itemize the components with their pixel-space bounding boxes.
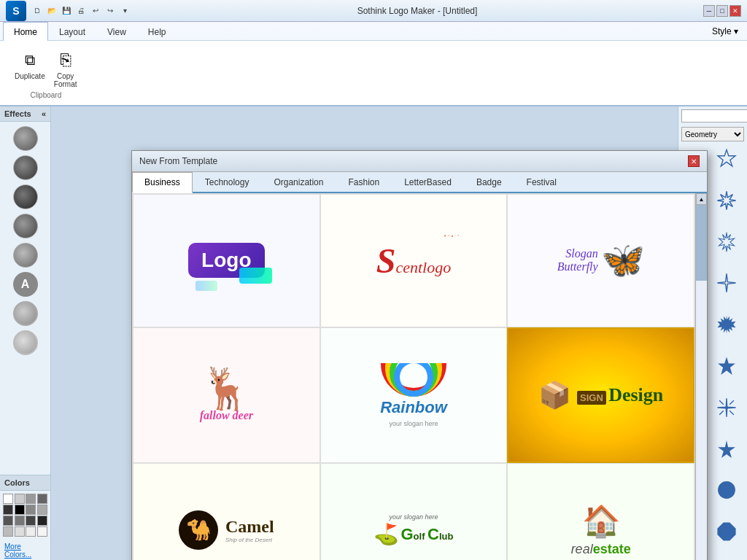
effects-items: A	[0, 122, 50, 475]
svg-marker-20	[717, 523, 735, 541]
template-fallow-deer[interactable]: 🦌 fallow deer	[133, 327, 320, 464]
svg-point-14	[725, 406, 728, 409]
colors-grid	[0, 491, 50, 540]
modal-titlebar: New From Template ✕	[132, 151, 707, 172]
undo-button[interactable]: ↩	[89, 4, 102, 18]
shape-circle-solid[interactable]	[713, 477, 740, 503]
color-swatch[interactable]	[15, 494, 25, 504]
color-swatch[interactable]	[37, 516, 47, 526]
effect-circle-2[interactable]	[13, 155, 38, 180]
duplicate-button[interactable]: ⧉ Duplicate	[12, 47, 48, 90]
shape-star5-fat[interactable]	[713, 436, 740, 462]
template-tab-organization[interactable]: Organization	[261, 172, 336, 192]
color-swatch[interactable]	[3, 494, 13, 504]
svg-marker-16	[718, 440, 735, 458]
color-swatch[interactable]	[37, 505, 47, 515]
template-slogan-butterfly[interactable]: Slogan Butterfly 🦋	[507, 194, 694, 327]
template-tab-letterbased[interactable]: LetterBased	[392, 172, 464, 192]
open-button[interactable]: 📂	[45, 4, 58, 18]
template-tab-fashion[interactable]: Fashion	[336, 172, 392, 192]
color-swatch[interactable]	[26, 505, 36, 515]
shape-sunburst-spiky[interactable]	[713, 311, 740, 338]
search-input[interactable]	[681, 109, 747, 122]
template-tab-business[interactable]: Business	[132, 172, 193, 193]
effect-circle-4[interactable]	[13, 214, 38, 238]
color-swatch[interactable]	[15, 526, 25, 537]
shape-star6-outline[interactable]	[713, 146, 740, 172]
new-button[interactable]: 🗋	[31, 4, 44, 18]
modal-close-button[interactable]: ✕	[688, 155, 700, 167]
new-from-template-dialog: New From Template ✕ Business Technology …	[131, 150, 708, 560]
style-dropdown[interactable]: Style ▾	[177, 22, 744, 40]
svg-marker-5	[719, 232, 735, 252]
restore-button[interactable]: □	[716, 5, 728, 17]
template-signdesign[interactable]: 📦 SIGN Design	[507, 327, 694, 464]
color-swatch[interactable]	[26, 516, 36, 526]
effect-text-a[interactable]: A	[13, 272, 38, 297]
save-button[interactable]: 💾	[60, 4, 73, 18]
shape-sparkle[interactable]	[713, 394, 740, 421]
color-swatch[interactable]	[26, 494, 36, 504]
color-swatch[interactable]	[3, 516, 13, 526]
scroll-thumb[interactable]	[696, 205, 707, 281]
svg-marker-7	[717, 274, 735, 292]
print-button[interactable]: 🖨	[74, 4, 88, 18]
template-tabs: Business Technology Organization Fashion…	[132, 172, 707, 193]
shape-starburst-outline[interactable]	[713, 229, 740, 255]
shape-octagon-solid[interactable]	[713, 518, 740, 545]
tab-view[interactable]: View	[96, 22, 137, 40]
color-swatch[interactable]	[37, 526, 47, 537]
effect-circle-1[interactable]	[13, 126, 38, 151]
scroll-track	[696, 205, 707, 560]
template-realestate[interactable]: 🏠 realestate	[507, 463, 694, 560]
template-tab-technology[interactable]: Technology	[193, 172, 262, 192]
template-body: Logo S centlogo ●●	[132, 193, 707, 560]
ribbon: Home Layout View Help Style ▾ ⧉ Duplicat…	[0, 22, 747, 106]
title-bar-left: S 🗋 📂 💾 🖨 ↩ ↪ ▾	[6, 1, 131, 21]
template-logo[interactable]: Logo	[133, 194, 320, 327]
effect-circle-6[interactable]	[13, 301, 38, 326]
copy-format-label: CopyFormat	[54, 72, 77, 88]
tab-home[interactable]: Home	[3, 22, 48, 42]
more-colors-link[interactable]: More Colors...	[0, 540, 50, 560]
main-area: Effects « A Colors	[0, 106, 747, 560]
template-rainbow[interactable]: Rainbow your slogan here	[320, 327, 508, 464]
template-tab-badge[interactable]: Badge	[464, 172, 514, 192]
svg-marker-1	[718, 149, 735, 166]
redo-button[interactable]: ↪	[104, 4, 117, 18]
geometry-dropdown: Geometry	[678, 125, 747, 143]
color-swatch[interactable]	[15, 516, 25, 526]
effects-collapse[interactable]: «	[42, 109, 46, 118]
tab-help[interactable]: Help	[137, 22, 177, 40]
effect-circle-3[interactable]	[13, 184, 38, 209]
color-swatch[interactable]	[26, 526, 36, 537]
title-bar: S 🗋 📂 💾 🖨 ↩ ↪ ▾ Sothink Logo Maker - [Un…	[0, 0, 747, 22]
left-panel: Effects « A Colors	[0, 106, 51, 560]
clipboard-group: ⧉ Duplicate ⎘ CopyFormat Clipboard	[6, 44, 86, 102]
shape-star8-outline[interactable]	[713, 187, 740, 214]
close-button[interactable]: ✕	[729, 5, 741, 17]
colors-header: Colors	[0, 475, 50, 491]
template-camel[interactable]: 🐪 Camel Ship of the Desert	[133, 463, 320, 560]
color-swatch[interactable]	[15, 505, 25, 515]
template-golf-club[interactable]: your slogan here ⛳ Golf Club	[320, 463, 508, 560]
shape-star4-outline[interactable]	[713, 270, 740, 296]
quick-toolbar: 🗋 📂 💾 🖨 ↩ ↪ ▾	[31, 4, 131, 18]
template-scentlogo[interactable]: S centlogo ●● ●● ●	[320, 194, 508, 327]
color-swatch[interactable]	[3, 505, 13, 515]
color-swatch[interactable]	[3, 526, 13, 537]
geometry-select[interactable]: Geometry	[681, 127, 744, 141]
modal-scrollbar: ▲ ▼	[695, 193, 707, 560]
minimize-button[interactable]: ─	[703, 5, 715, 17]
template-tab-festival[interactable]: Festival	[514, 172, 569, 192]
effect-circle-5[interactable]	[13, 243, 38, 268]
color-swatch[interactable]	[37, 494, 47, 504]
tab-layout[interactable]: Layout	[48, 22, 96, 40]
effect-circle-7[interactable]	[13, 330, 38, 355]
effects-label: Effects	[4, 109, 31, 118]
quick-access-more[interactable]: ▾	[118, 4, 131, 18]
shape-star5-solid[interactable]	[713, 353, 740, 379]
ribbon-content: ⧉ Duplicate ⎘ CopyFormat Clipboard	[0, 40, 747, 105]
scroll-up-button[interactable]: ▲	[696, 193, 707, 205]
copy-format-button[interactable]: ⎘ CopyFormat	[51, 47, 80, 90]
